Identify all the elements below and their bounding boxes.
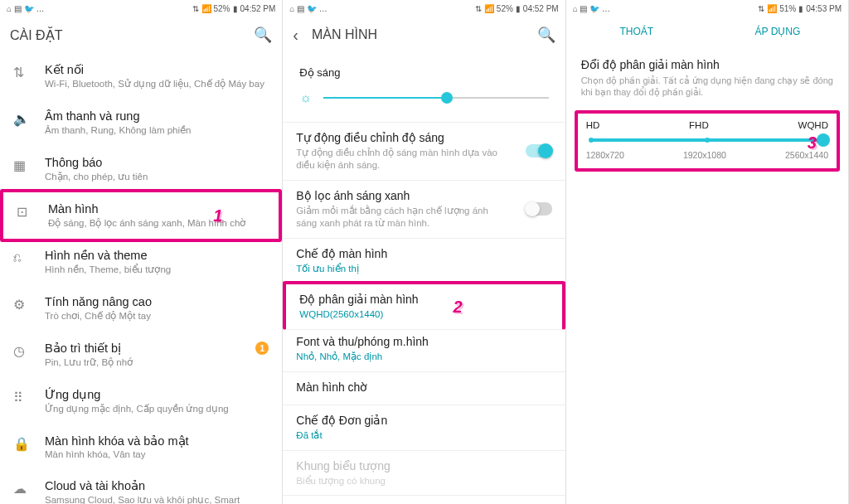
display-setting-row[interactable]: Tự động điều chỉnh độ sángTự động điều c… [283,123,565,181]
settings-item[interactable]: ⊡Màn hìnhĐộ sáng, Bộ lọc ánh sáng xanh, … [0,189,282,242]
battery-icon: ▮ [233,4,238,13]
settings-item[interactable]: ⇅Kết nốiWi-Fi, Bluetooth, Sử dụng dữ liệ… [0,53,282,99]
row-subtitle: WQHD(2560x1440) [299,308,548,321]
net-icon: ⇅ [475,4,482,13]
item-subtitle: Samsung Cloud, Sao lưu và khôi phục, Sma… [45,494,269,504]
item-subtitle: Pin, Lưu trữ, Bộ nhớ [45,356,242,368]
row-subtitle: Giảm mỏi mắt bằng cách hạn chế lượng ánh… [296,205,551,230]
net-icon: ⇅ [758,4,764,13]
row-title: Chế độ Đơn giản [296,414,551,427]
resolution-slider[interactable] [591,138,823,142]
clock: 04:52 PM [240,4,276,13]
item-subtitle: Ứng dụng mặc định, Cấp quyền ứng dụng [45,403,269,414]
row-title: Khung biểu tượng [296,459,551,472]
item-title: Tính năng nâng cao [45,295,269,308]
brightness-section: Độ sáng ☼ [283,53,565,123]
item-subtitle: Hình nền, Theme, biểu tượng [45,264,269,275]
display-setting-row[interactable]: Chế độ Đơn giảnĐã tắt [283,405,565,451]
settings-item[interactable]: ⠿Ứng dụngỨng dụng mặc định, Cấp quyền ứn… [0,378,282,424]
row-title: Chế độ màn hình [296,247,551,260]
settings-main-panel: ⌂ ▤ 🐦 … ⇅ 📶 52% ▮ 04:52 PM CÀI ĐẶT 🔍 ⇅Kế… [0,0,283,504]
callout-1: 1 [213,206,222,225]
item-subtitle: Wi-Fi, Bluetooth, Sử dụng dữ liệu, Chế đ… [45,78,269,90]
item-icon: ⚙ [13,295,32,313]
settings-item[interactable]: ⚙Tính năng nâng caoTrò chơi, Chế độ Một … [0,285,282,332]
row-subtitle: Nhỏ, Nhỏ, Mặc định [296,351,551,363]
row-title: Font và thu/phóng m.hình [296,335,551,348]
search-icon[interactable]: 🔍 [537,26,555,44]
item-icon: 🔈 [13,109,32,127]
item-icon: ▦ [13,156,32,173]
battery-pct: 52% [214,4,230,13]
display-setting-row[interactable]: Font và thu/phóng m.hìnhNhỏ, Nhỏ, Mặc đị… [283,327,565,372]
row-title: Tự động điều chỉnh độ sáng [296,131,551,144]
item-subtitle: Chặn, cho phép, ưu tiên [45,171,269,182]
item-title: Hình nền và theme [45,249,269,262]
status-bar: ⌂ ▤ 🐦 … ⇅ 📶 52% ▮ 04:52 PM [0,0,282,17]
status-bar: ⌂ ▤ 🐦 … ⇅ 📶 52% ▮ 04:52 PM [283,0,565,17]
item-title: Màn hình khóa và bảo mật [45,434,269,448]
display-setting-row[interactable]: Màn hình cạnh [283,496,565,504]
display-setting-row[interactable]: Độ phân giải màn hìnhWQHD(2560x1440)2 [283,281,565,330]
settings-item[interactable]: 🔒Màn hình khóa và bảo mậtMàn hình khóa, … [0,424,282,469]
battery-pct: 52% [497,4,513,13]
settings-item[interactable]: 🔈Âm thanh và rungÂm thanh, Rung, Không l… [0,99,282,146]
brightness-label: Độ sáng [299,66,548,79]
item-subtitle: Độ sáng, Bộ lọc ánh sáng xanh, Màn hình … [48,217,265,229]
battery-icon: ▮ [516,4,521,13]
net-icon: ⇅ [192,4,199,13]
display-settings-list: Độ sáng ☼ Tự động điều chỉnh độ sángTự đ… [283,53,565,504]
item-title: Thông báo [45,156,269,169]
resolution-desc: Chọn độ phần giải. Tất cả ứng dụng hiện … [581,75,833,99]
item-title: Bảo trì thiết bị [45,342,242,355]
slider-track[interactable] [323,97,549,99]
toggle-switch[interactable] [526,202,552,216]
settings-item[interactable]: ☁Cloud và tài khoảnSamsung Cloud, Sao lư… [0,469,282,504]
display-setting-row[interactable]: Khung biểu tượngBiểu tượng có khung [283,451,565,497]
display-setting-row[interactable]: Chế độ màn hìnhTối ưu hiển thị [283,239,565,284]
item-title: Ứng dụng [45,388,269,401]
sun-icon: ☼ [299,90,312,105]
res-val-hd: 1280x720 [586,150,624,160]
clock: 04:53 PM [806,4,842,13]
appbar: CÀI ĐẶT 🔍 [0,17,282,53]
row-subtitle: Tự động điều chỉnh độ sáng màn hình dựa … [296,147,551,172]
battery-icon: ▮ [798,4,803,13]
battery-pct: 51% [779,4,796,13]
resolution-panel: ⌂ ▤ 🐦 … ⇅ 📶 51% ▮ 04:53 PM THOÁT ÁP DỤNG… [566,0,849,504]
row-title: Độ phân giải màn hình [299,293,548,306]
status-app-icons: ⌂ ▤ 🐦 … [289,4,327,13]
slider-thumb[interactable] [441,92,453,104]
exit-button[interactable]: THOÁT [566,17,707,46]
display-setting-row[interactable]: Màn hình chờ [283,372,565,405]
item-title: Âm thanh và rung [45,109,269,123]
res-label-hd: HD [586,120,600,130]
display-setting-row[interactable]: Bộ lọc ánh sáng xanhGiảm mỏi mắt bằng cá… [283,181,565,239]
callout-3: 3 [808,133,817,153]
search-icon[interactable]: 🔍 [254,26,272,44]
settings-item[interactable]: ⎌Hình nền và themeHình nền, Theme, biểu … [0,239,282,285]
item-icon: 🔒 [13,434,32,452]
signal-icon: 📶 [767,4,777,13]
settings-item[interactable]: ◷Bảo trì thiết bịPin, Lưu trữ, Bộ nhớ1 [0,332,282,378]
row-subtitle: Tối ưu hiển thị [296,263,551,275]
settings-item[interactable]: ▦Thông báoChặn, cho phép, ưu tiên [0,146,282,192]
row-subtitle: Đã tắt [296,429,551,442]
item-subtitle: Màn hình khóa, Vân tay [45,449,269,459]
apply-button[interactable]: ÁP DỤNG [707,17,848,46]
row-subtitle: Biểu tượng có khung [296,475,551,487]
clock: 04:52 PM [523,4,559,13]
resolution-header: Đổi độ phân giải màn hình Chọn độ phần g… [566,46,848,105]
item-title: Màn hình [48,202,265,216]
item-icon: ⎌ [13,249,32,265]
brightness-slider[interactable]: ☼ [299,90,548,105]
back-button[interactable]: ‹ [293,26,298,45]
settings-list: ⇅Kết nốiWi-Fi, Bluetooth, Sử dụng dữ liệ… [0,53,282,504]
res-label-wqhd: WQHD [798,120,828,130]
item-icon: ⠿ [13,388,32,405]
action-bar: THOÁT ÁP DỤNG [566,17,848,46]
resolution-thumb[interactable] [817,133,830,147]
toggle-switch[interactable] [526,144,552,158]
resolution-title: Đổi độ phân giải màn hình [581,58,833,71]
row-title: Bộ lọc ánh sáng xanh [296,189,551,202]
